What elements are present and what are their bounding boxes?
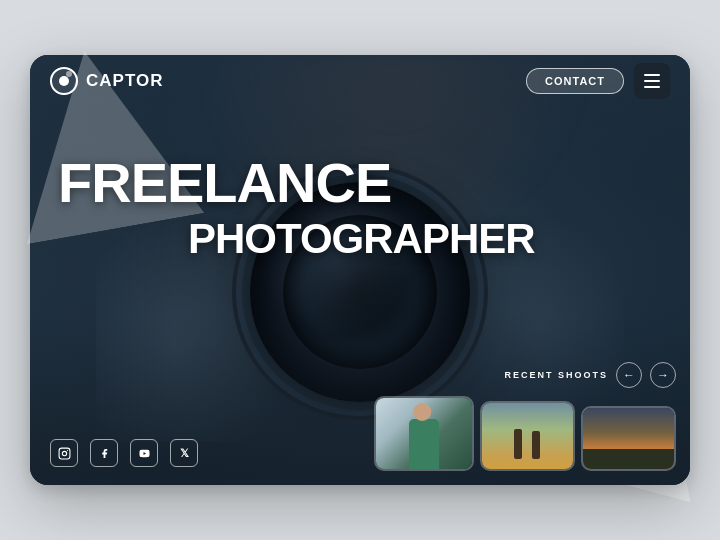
social-bar: 𝕏 (50, 439, 198, 467)
shoot-thumb-canvas-3 (583, 408, 674, 469)
logo-icon (50, 67, 78, 95)
menu-line-3 (644, 86, 660, 88)
navbar: CAPTOR CONTACT (30, 55, 690, 107)
menu-line-2 (644, 80, 660, 82)
instagram-icon[interactable] (50, 439, 78, 467)
hero-section: CAPTOR CONTACT FREELANCE PHOTOGRAPHER (30, 55, 690, 485)
brand-name: CAPTOR (86, 71, 163, 91)
shoot-thumbnail-1[interactable] (374, 396, 474, 471)
browser-window: CAPTOR CONTACT FREELANCE PHOTOGRAPHER (30, 55, 690, 485)
shoot-thumbnail-2[interactable] (480, 401, 575, 471)
recent-label-row: RECENT SHOOTS ← → (504, 362, 690, 396)
recent-shoots-label: RECENT SHOOTS (504, 370, 608, 380)
svg-point-1 (62, 451, 66, 455)
menu-button[interactable] (634, 63, 670, 99)
shoot-thumb-canvas-1 (376, 398, 472, 469)
hero-title: FREELANCE PHOTOGRAPHER (58, 155, 535, 263)
shoot-thumb-canvas-2 (482, 403, 573, 469)
menu-line-1 (644, 74, 660, 76)
shoot-thumbnail-3[interactable] (581, 406, 676, 471)
logo: CAPTOR (50, 67, 163, 95)
twitter-x-icon[interactable]: 𝕏 (170, 439, 198, 467)
hero-line2: PHOTOGRAPHER (188, 215, 535, 263)
youtube-icon[interactable] (130, 439, 158, 467)
contact-button[interactable]: CONTACT (526, 68, 624, 94)
svg-rect-0 (59, 448, 70, 459)
facebook-icon[interactable] (90, 439, 118, 467)
shoots-thumbnails-row (374, 396, 690, 485)
recent-shoots-section: RECENT SHOOTS ← → (374, 362, 690, 485)
next-shoot-button[interactable]: → (650, 362, 676, 388)
prev-shoot-button[interactable]: ← (616, 362, 642, 388)
nav-right: CONTACT (526, 63, 670, 99)
svg-point-2 (66, 449, 67, 450)
hero-line1: FREELANCE (58, 155, 535, 211)
